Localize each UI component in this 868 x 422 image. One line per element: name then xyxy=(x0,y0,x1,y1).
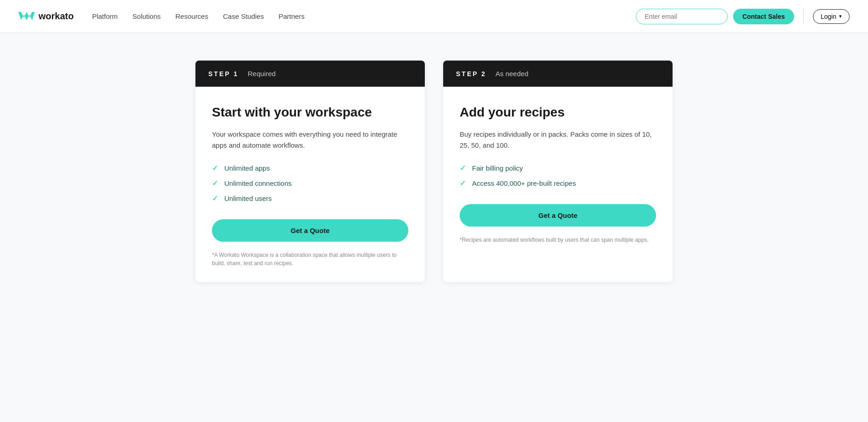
check-icon-1-1: ✓ xyxy=(212,179,218,188)
feature-list-2: ✓ Fair billing policy ✓ Access 400,000+ … xyxy=(460,164,656,188)
nav-right: Contact Sales Login ▾ xyxy=(636,8,850,25)
nav-link-case-studies[interactable]: Case Studies xyxy=(223,12,264,20)
login-caret-icon: ▾ xyxy=(839,13,842,19)
feature-list-1: ✓ Unlimited apps ✓ Unlimited connections… xyxy=(212,164,408,203)
contact-sales-button[interactable]: Contact Sales xyxy=(733,9,794,24)
nav-link-resources[interactable]: Resources xyxy=(175,12,208,20)
nav-item-platform[interactable]: Platform xyxy=(92,12,118,21)
nav-link-solutions[interactable]: Solutions xyxy=(133,12,161,20)
feature-item-2-0: ✓ Fair billing policy xyxy=(460,164,656,172)
feature-label-1-2: Unlimited users xyxy=(224,194,272,202)
feature-item-1-1: ✓ Unlimited connections xyxy=(212,179,408,188)
nav-divider xyxy=(803,8,804,25)
email-input[interactable] xyxy=(636,9,728,24)
navbar: workato Platform Solutions Resources Cas… xyxy=(0,0,868,33)
check-icon-1-2: ✓ xyxy=(212,194,218,203)
nav-links: Platform Solutions Resources Case Studie… xyxy=(92,12,305,21)
check-icon-1-0: ✓ xyxy=(212,164,218,172)
get-quote-button-2[interactable]: Get a Quote xyxy=(460,204,656,227)
card-body-1: Start with your workspace Your workspace… xyxy=(195,87,425,282)
card-step-1: STEP 1 Required Start with your workspac… xyxy=(195,61,425,282)
step-1-label: STEP 1 xyxy=(208,70,239,78)
card-footnote-1: *A Workato Workspace is a collaboration … xyxy=(212,251,408,267)
check-icon-2-1: ✓ xyxy=(460,179,466,188)
card-desc-1: Your workspace comes with everything you… xyxy=(212,129,408,151)
nav-item-resources[interactable]: Resources xyxy=(175,12,208,21)
nav-left: workato Platform Solutions Resources Cas… xyxy=(18,10,305,23)
nav-item-solutions[interactable]: Solutions xyxy=(133,12,161,21)
nav-link-platform[interactable]: Platform xyxy=(92,12,118,20)
workato-logo-icon xyxy=(18,10,35,23)
step-2-label: STEP 2 xyxy=(456,70,486,78)
card-header-1: STEP 1 Required xyxy=(195,61,425,87)
logo-text: workato xyxy=(39,11,74,22)
feature-label-2-1: Access 400,000+ pre-built recipes xyxy=(472,179,576,187)
card-title-2: Add your recipes xyxy=(460,105,656,120)
feature-item-1-0: ✓ Unlimited apps xyxy=(212,164,408,172)
feature-item-1-2: ✓ Unlimited users xyxy=(212,194,408,203)
nav-item-case-studies[interactable]: Case Studies xyxy=(223,12,264,21)
feature-label-1-1: Unlimited connections xyxy=(224,179,292,187)
card-header-2: STEP 2 As needed xyxy=(443,61,673,87)
step-2-status: As needed xyxy=(495,70,529,78)
check-icon-2-0: ✓ xyxy=(460,164,466,172)
card-body-2: Add your recipes Buy recipes individuall… xyxy=(443,87,673,259)
card-footnote-2: *Recipes are automated workflows built b… xyxy=(460,236,656,244)
logo-area: workato xyxy=(18,10,74,23)
feature-item-2-1: ✓ Access 400,000+ pre-built recipes xyxy=(460,179,656,188)
main-content: STEP 1 Required Start with your workspac… xyxy=(0,33,868,310)
get-quote-button-1[interactable]: Get a Quote xyxy=(212,219,408,242)
nav-link-partners[interactable]: Partners xyxy=(278,12,305,20)
card-title-1: Start with your workspace xyxy=(212,105,408,120)
login-label: Login xyxy=(821,13,836,20)
feature-label-1-0: Unlimited apps xyxy=(224,164,270,172)
feature-label-2-0: Fair billing policy xyxy=(472,164,523,172)
step-1-status: Required xyxy=(248,70,276,78)
card-step-2: STEP 2 As needed Add your recipes Buy re… xyxy=(443,61,673,282)
login-button[interactable]: Login ▾ xyxy=(813,9,850,24)
card-desc-2: Buy recipes individually or in packs. Pa… xyxy=(460,129,656,151)
nav-item-partners[interactable]: Partners xyxy=(278,12,305,21)
